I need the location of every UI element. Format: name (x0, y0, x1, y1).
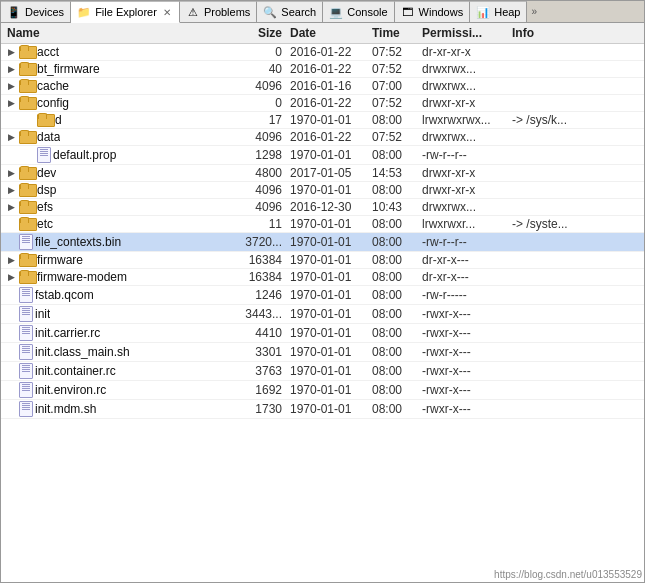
file-perms-3: drwxr-xr-x (418, 96, 508, 110)
file-size-11: 3720... (231, 235, 286, 249)
file-name-cell-18: init.container.rc (1, 363, 231, 379)
file-perms-18: -rwxr-x--- (418, 364, 508, 378)
file-perms-4: lrwxrwxrwx... (418, 113, 508, 127)
expand-arrow[interactable]: ▶ (5, 185, 17, 195)
header-time: Time (368, 26, 418, 40)
folder-icon (19, 166, 35, 180)
file-name-text: data (37, 130, 60, 144)
tab-devices[interactable]: 📱Devices (1, 1, 71, 22)
tab-label-file-explorer: File Explorer (95, 6, 157, 18)
file-time-10: 08:00 (368, 217, 418, 231)
folder-icon (19, 62, 35, 76)
file-size-7: 4800 (231, 166, 286, 180)
file-name-text: init (35, 307, 50, 321)
list-item[interactable]: init.mdm.sh17301970-01-0108:00-rwxr-x--- (1, 400, 644, 419)
list-item[interactable]: ▶acct02016-01-2207:52dr-xr-xr-x (1, 44, 644, 61)
file-name-text: file_contexts.bin (35, 235, 121, 249)
file-time-1: 07:52 (368, 62, 418, 76)
list-item[interactable]: init.container.rc37631970-01-0108:00-rwx… (1, 362, 644, 381)
file-info-10: -> /syste... (508, 217, 644, 231)
list-item[interactable]: ▶firmware-modem163841970-01-0108:00dr-xr… (1, 269, 644, 286)
file-size-20: 1730 (231, 402, 286, 416)
expand-arrow[interactable]: ▶ (5, 202, 17, 212)
file-size-14: 1246 (231, 288, 286, 302)
file-date-17: 1970-01-01 (286, 345, 368, 359)
tab-file-explorer[interactable]: 📁File Explorer✕ (71, 1, 180, 23)
tab-bar: 📱Devices📁File Explorer✕⚠Problems🔍Search💻… (1, 1, 644, 23)
list-item[interactable]: etc111970-01-0108:00lrwxrwxr...-> /syste… (1, 216, 644, 233)
expand-arrow[interactable]: ▶ (5, 98, 17, 108)
expand-arrow[interactable]: ▶ (5, 132, 17, 142)
file-size-19: 1692 (231, 383, 286, 397)
file-name-cell-16: init.carrier.rc (1, 325, 231, 341)
file-date-9: 2016-12-30 (286, 200, 368, 214)
file-date-8: 1970-01-01 (286, 183, 368, 197)
file-perms-19: -rwxr-x--- (418, 383, 508, 397)
tab-problems[interactable]: ⚠Problems (180, 1, 257, 22)
file-name-text: init.mdm.sh (35, 402, 96, 416)
file-name-text: init.class_main.sh (35, 345, 130, 359)
list-item[interactable]: d171970-01-0108:00lrwxrwxrwx...-> /sys/k… (1, 112, 644, 129)
list-item[interactable]: ▶efs40962016-12-3010:43drwxrwx... (1, 199, 644, 216)
file-date-19: 1970-01-01 (286, 383, 368, 397)
file-name-text: dsp (37, 183, 56, 197)
folder-icon (19, 253, 35, 267)
expand-arrow[interactable]: ▶ (5, 168, 17, 178)
list-item[interactable]: fstab.qcom12461970-01-0108:00-rw-r----- (1, 286, 644, 305)
file-time-8: 08:00 (368, 183, 418, 197)
list-item[interactable]: file_contexts.bin3720...1970-01-0108:00-… (1, 233, 644, 252)
folder-icon (37, 113, 53, 127)
tab-icon-devices: 📱 (7, 5, 21, 19)
tab-label-problems: Problems (204, 6, 250, 18)
tab-console[interactable]: 💻Console (323, 1, 394, 22)
file-time-9: 10:43 (368, 200, 418, 214)
file-perms-20: -rwxr-x--- (418, 402, 508, 416)
expand-arrow[interactable]: ▶ (5, 47, 17, 57)
list-item[interactable]: ▶dev48002017-01-0514:53drwxr-xr-x (1, 165, 644, 182)
file-date-0: 2016-01-22 (286, 45, 368, 59)
expand-arrow[interactable]: ▶ (5, 64, 17, 74)
tab-close-file-explorer[interactable]: ✕ (161, 6, 173, 18)
tab-windows[interactable]: 🗔Windows (395, 1, 471, 22)
file-perms-10: lrwxrwxr... (418, 217, 508, 231)
list-item[interactable]: ▶dsp40961970-01-0108:00drwxr-xr-x (1, 182, 644, 199)
header-name: Name (1, 26, 231, 40)
tab-search[interactable]: 🔍Search (257, 1, 323, 22)
list-item[interactable]: ▶config02016-01-2207:52drwxr-xr-x (1, 95, 644, 112)
file-name-cell-19: init.environ.rc (1, 382, 231, 398)
file-name-cell-20: init.mdm.sh (1, 401, 231, 417)
list-item[interactable]: default.prop12981970-01-0108:00-rw-r--r-… (1, 146, 644, 165)
file-perms-11: -rw-r--r-- (418, 235, 508, 249)
list-item[interactable]: ▶bt_firmware402016-01-2207:52drwxrwx... (1, 61, 644, 78)
file-date-5: 2016-01-22 (286, 130, 368, 144)
header-perms: Permissi... (418, 26, 508, 40)
tab-overflow-button[interactable]: » (527, 1, 541, 22)
file-perms-2: drwxrwx... (418, 79, 508, 93)
list-item[interactable]: init3443...1970-01-0108:00-rwxr-x--- (1, 305, 644, 324)
list-item[interactable]: init.class_main.sh33011970-01-0108:00-rw… (1, 343, 644, 362)
file-perms-7: drwxr-xr-x (418, 166, 508, 180)
expand-arrow[interactable]: ▶ (5, 255, 17, 265)
list-item[interactable]: ▶data40962016-01-2207:52drwxrwx... (1, 129, 644, 146)
app-container: 📱Devices📁File Explorer✕⚠Problems🔍Search💻… (0, 0, 645, 583)
file-perms-8: drwxr-xr-x (418, 183, 508, 197)
file-date-13: 1970-01-01 (286, 270, 368, 284)
list-item[interactable]: ▶cache40962016-01-1607:00drwxrwx... (1, 78, 644, 95)
file-name-cell-17: init.class_main.sh (1, 344, 231, 360)
file-name-text: default.prop (53, 148, 116, 162)
expand-arrow[interactable]: ▶ (5, 272, 17, 282)
file-name-cell-4: d (1, 113, 231, 127)
file-name-text: init.container.rc (35, 364, 116, 378)
list-item[interactable]: init.carrier.rc44101970-01-0108:00-rwxr-… (1, 324, 644, 343)
folder-icon (19, 130, 35, 144)
file-date-3: 2016-01-22 (286, 96, 368, 110)
list-item[interactable]: init.environ.rc16921970-01-0108:00-rwxr-… (1, 381, 644, 400)
file-size-9: 4096 (231, 200, 286, 214)
expand-arrow[interactable]: ▶ (5, 81, 17, 91)
file-perms-14: -rw-r----- (418, 288, 508, 302)
folder-icon (19, 270, 35, 284)
file-name-text: d (55, 113, 62, 127)
tab-heap[interactable]: 📊Heap (470, 1, 527, 22)
list-item[interactable]: ▶firmware163841970-01-0108:00dr-xr-x--- (1, 252, 644, 269)
file-name-cell-0: ▶acct (1, 45, 231, 59)
